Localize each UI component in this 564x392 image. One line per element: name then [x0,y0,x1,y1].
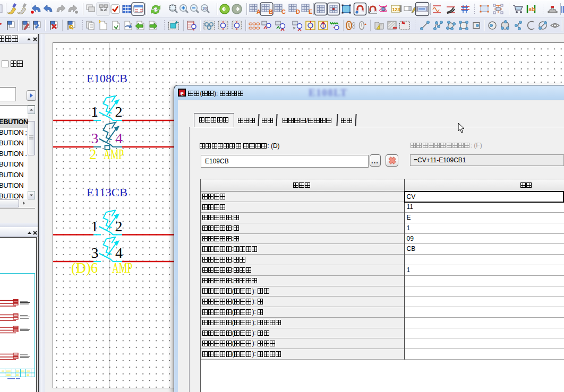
svg-text:(D)6: (D)6 [71,260,98,276]
svg-text:1: 1 [91,103,98,120]
svg-text:123: 123 [392,7,400,12]
svg-text:4: 4 [115,130,123,146]
svg-text:2: 2 [115,103,123,120]
svg-text:E108CB: E108CB [87,72,127,85]
svg-text:E113CB: E113CB [87,186,127,199]
svg-text:B: B [269,8,273,15]
svg-text:3: 3 [91,245,99,261]
svg-text:2: 2 [115,218,123,234]
svg-text:ab: ab [529,6,535,12]
svg-text:2: 2 [89,146,97,162]
svg-text:AMP: AMP [104,146,124,162]
svg-text:D: D [296,8,300,15]
svg-text:E: E [309,8,312,15]
svg-text:100: 100 [202,6,208,10]
svg-text:C: C [281,8,286,15]
svg-text:3: 3 [91,130,99,146]
svg-text:4: 4 [115,245,123,261]
svg-text:AMP: AMP [112,260,132,276]
svg-text:1: 1 [91,218,98,234]
